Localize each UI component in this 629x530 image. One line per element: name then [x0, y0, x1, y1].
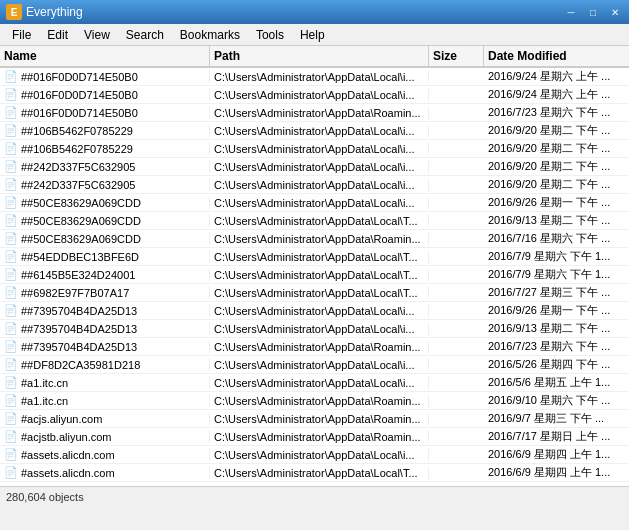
table-row[interactable]: 📄##7395704B4DA25D13C:\Users\Administrato… [0, 320, 629, 338]
file-path-cell: C:\Users\Administrator\AppData\Local\T..… [210, 467, 429, 479]
table-row[interactable]: 📄##106B5462F0785229C:\Users\Administrato… [0, 140, 629, 158]
file-date-cell: 2016/9/26 星期一 下午 ... [484, 303, 629, 318]
menu-item-bookmarks[interactable]: Bookmarks [172, 26, 248, 44]
file-icon: 📄 [4, 178, 18, 191]
file-name-text: #acjs.aliyun.com [21, 413, 102, 425]
file-icon: 📄 [4, 340, 18, 353]
table-row[interactable]: 📄##016F0D0D714E50B0C:\Users\Administrato… [0, 68, 629, 86]
file-icon: 📄 [4, 376, 18, 389]
close-button[interactable]: ✕ [605, 4, 625, 20]
file-list: 📄##016F0D0D714E50B0C:\Users\Administrato… [0, 68, 629, 486]
file-path-cell: C:\Users\Administrator\AppData\Local\i..… [210, 449, 429, 461]
file-name-text: ##106B5462F0785229 [21, 125, 133, 137]
file-icon: 📄 [4, 322, 18, 335]
file-date-cell: 2016/9/10 星期六 下午 ... [484, 393, 629, 408]
file-name-text: #acjstb.aliyun.com [21, 431, 112, 443]
file-name-cell: 📄##242D337F5C632905 [0, 160, 210, 173]
file-date-cell: 2016/6/9 星期四 上午 1... [484, 465, 629, 480]
file-name-text: ##7395704B4DA25D13 [21, 305, 137, 317]
file-name-cell: 📄#acjstb.aliyun.com [0, 430, 210, 443]
file-path-cell: C:\Users\Administrator\AppData\Local\i..… [210, 377, 429, 389]
file-name-text: ##54EDDBEC13BFE6D [21, 251, 139, 263]
file-date-cell: 2016/9/13 星期二 下午 ... [484, 213, 629, 228]
file-path-cell: C:\Users\Administrator\AppData\Local\i..… [210, 143, 429, 155]
file-name-cell: 📄##016F0D0D714E50B0 [0, 88, 210, 101]
table-row[interactable]: 📄##7395704B4DA25D13C:\Users\Administrato… [0, 302, 629, 320]
file-name-text: ##50CE83629A069CDD [21, 233, 141, 245]
file-path-cell: C:\Users\Administrator\AppData\Local\i..… [210, 125, 429, 137]
col-header-size[interactable]: Size [429, 46, 484, 66]
file-name-cell: 📄##50CE83629A069CDD [0, 196, 210, 209]
menu-item-edit[interactable]: Edit [39, 26, 76, 44]
file-path-cell: C:\Users\Administrator\AppData\Local\i..… [210, 359, 429, 371]
file-name-text: ##7395704B4DA25D13 [21, 323, 137, 335]
table-row[interactable]: 📄#a1.itc.cnC:\Users\Administrator\AppDat… [0, 374, 629, 392]
menu-bar: FileEditViewSearchBookmarksToolsHelp [0, 24, 629, 46]
table-row[interactable]: 📄##242D337F5C632905C:\Users\Administrato… [0, 158, 629, 176]
table-row[interactable]: 📄##7395704B4DA25D13C:\Users\Administrato… [0, 338, 629, 356]
file-name-cell: 📄##7395704B4DA25D13 [0, 340, 210, 353]
table-row[interactable]: 📄#acjs.aliyun.comC:\Users\Administrator\… [0, 410, 629, 428]
table-row[interactable]: 📄##54EDDBEC13BFE6DC:\Users\Administrator… [0, 248, 629, 266]
file-path-cell: C:\Users\Administrator\AppData\Local\i..… [210, 305, 429, 317]
table-row[interactable]: 📄##50CE83629A069CDDC:\Users\Administrato… [0, 194, 629, 212]
status-bar: 280,604 objects [0, 486, 629, 506]
file-name-cell: 📄##106B5462F0785229 [0, 124, 210, 137]
file-name-cell: 📄##016F0D0D714E50B0 [0, 70, 210, 83]
menu-item-help[interactable]: Help [292, 26, 333, 44]
table-row[interactable]: 📄#assets.alicdn.comC:\Users\Administrato… [0, 446, 629, 464]
table-row[interactable]: 📄##6982E97F7B07A17C:\Users\Administrator… [0, 284, 629, 302]
file-icon: 📄 [4, 412, 18, 425]
table-row[interactable]: 📄#a1.itc.cnC:\Users\Administrator\AppDat… [0, 392, 629, 410]
table-row[interactable]: 📄##DF8D2CA35981D218C:\Users\Administrato… [0, 356, 629, 374]
col-header-date[interactable]: Date Modified [484, 46, 629, 66]
file-icon: 📄 [4, 196, 18, 209]
file-date-cell: 2016/9/20 星期二 下午 ... [484, 123, 629, 138]
table-row[interactable]: 📄##6145B5E324D24001C:\Users\Administrato… [0, 266, 629, 284]
table-row[interactable]: 📄##016F0D0D714E50B0C:\Users\Administrato… [0, 86, 629, 104]
file-name-text: #a1.itc.cn [21, 395, 68, 407]
file-icon: 📄 [4, 268, 18, 281]
file-path-cell: C:\Users\Administrator\AppData\Local\T..… [210, 215, 429, 227]
menu-item-view[interactable]: View [76, 26, 118, 44]
table-row[interactable]: 📄#acjstb.aliyun.comC:\Users\Administrato… [0, 428, 629, 446]
file-path-cell: C:\Users\Administrator\AppData\Local\i..… [210, 89, 429, 101]
menu-item-file[interactable]: File [4, 26, 39, 44]
file-name-text: ##242D337F5C632905 [21, 161, 135, 173]
col-header-path[interactable]: Path [210, 46, 429, 66]
file-date-cell: 2016/9/20 星期二 下午 ... [484, 177, 629, 192]
file-icon: 📄 [4, 70, 18, 83]
object-count: 280,604 objects [6, 491, 84, 503]
file-icon: 📄 [4, 124, 18, 137]
file-icon: 📄 [4, 214, 18, 227]
table-row[interactable]: 📄##50CE83629A069CDDC:\Users\Administrato… [0, 212, 629, 230]
file-name-text: #assets.alicdn.com [21, 467, 115, 479]
column-headers: Name Path Size Date Modified [0, 46, 629, 68]
file-icon: 📄 [4, 304, 18, 317]
table-row[interactable]: 📄#assets.alicdn.comC:\Users\Administrato… [0, 464, 629, 482]
menu-item-search[interactable]: Search [118, 26, 172, 44]
file-path-cell: C:\Users\Administrator\AppData\Local\i..… [210, 197, 429, 209]
file-path-cell: C:\Users\Administrator\AppData\Local\T..… [210, 287, 429, 299]
table-row[interactable]: 📄##106B5462F0785229C:\Users\Administrato… [0, 122, 629, 140]
file-name-cell: 📄#a1.itc.cn [0, 394, 210, 407]
file-path-cell: C:\Users\Administrator\AppData\Local\i..… [210, 323, 429, 335]
file-icon: 📄 [4, 250, 18, 263]
table-row[interactable]: 📄##016F0D0D714E50B0C:\Users\Administrato… [0, 104, 629, 122]
table-row[interactable]: 📄##242D337F5C632905C:\Users\Administrato… [0, 176, 629, 194]
title-bar: E Everything ─ □ ✕ [0, 0, 629, 24]
maximize-button[interactable]: □ [583, 4, 603, 20]
file-name-cell: 📄##DF8D2CA35981D218 [0, 358, 210, 371]
file-path-cell: C:\Users\Administrator\AppData\Roamin... [210, 413, 429, 425]
table-row[interactable]: 📄##50CE83629A069CDDC:\Users\Administrato… [0, 230, 629, 248]
file-date-cell: 2016/7/23 星期六 下午 ... [484, 339, 629, 354]
minimize-button[interactable]: ─ [561, 4, 581, 20]
file-path-cell: C:\Users\Administrator\AppData\Local\i..… [210, 161, 429, 173]
file-name-text: ##50CE83629A069CDD [21, 197, 141, 209]
menu-item-tools[interactable]: Tools [248, 26, 292, 44]
col-header-name[interactable]: Name [0, 46, 210, 66]
file-date-cell: 2016/9/24 星期六 上午 ... [484, 69, 629, 84]
window: E Everything ─ □ ✕ FileEditViewSearchBoo… [0, 0, 629, 506]
file-name-cell: 📄#assets.alicdn.com [0, 448, 210, 461]
file-name-text: ##016F0D0D714E50B0 [21, 71, 138, 83]
